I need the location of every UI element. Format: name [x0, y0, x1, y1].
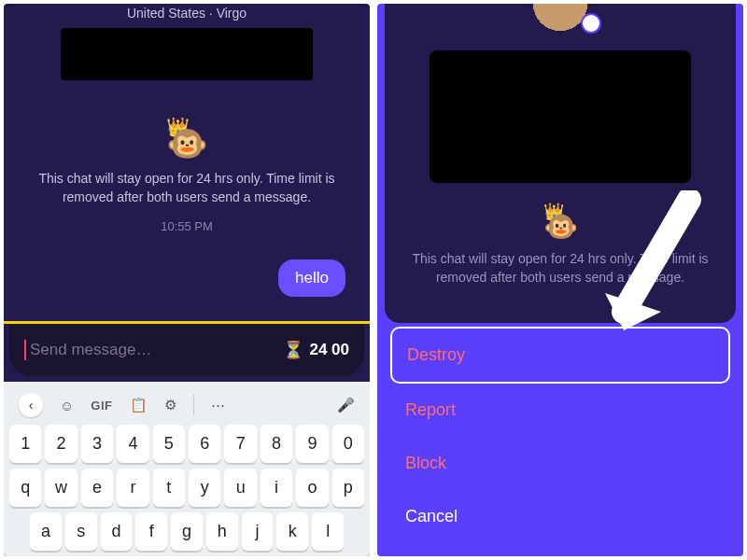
- avatar-wrap: [525, 4, 596, 32]
- key-s[interactable]: s: [65, 512, 97, 551]
- redacted-block: [61, 28, 313, 80]
- key-7[interactable]: 7: [224, 425, 256, 463]
- collapse-keyboard-button[interactable]: ‹: [19, 393, 43, 417]
- key-o[interactable]: o: [296, 469, 328, 507]
- chat-area: United States · Virgo 👑 🐵 This chat will…: [4, 4, 370, 321]
- message-input[interactable]: [30, 341, 277, 359]
- right-phone: 👑 🐵 This chat will stay open for 24 hrs …: [377, 4, 743, 556]
- report-button[interactable]: Report: [390, 384, 730, 437]
- monkey-icon: 🐵: [166, 124, 208, 162]
- outgoing-message-row: hello: [278, 259, 345, 297]
- redacted-block: [430, 50, 691, 183]
- key-4[interactable]: 4: [117, 425, 148, 463]
- cancel-button[interactable]: Cancel: [390, 490, 730, 543]
- keyboard-row-1: 1234567890: [9, 425, 364, 463]
- key-f[interactable]: f: [135, 512, 167, 551]
- key-u[interactable]: u: [224, 469, 256, 507]
- keyboard-toolbar: ‹ ☺ GIF 📋 ⚙ ⋯ 🎤: [9, 385, 364, 425]
- block-button[interactable]: Block: [390, 437, 730, 490]
- key-t[interactable]: t: [153, 469, 185, 507]
- settings-icon[interactable]: ⚙: [164, 397, 176, 413]
- key-8[interactable]: 8: [261, 425, 292, 463]
- key-d[interactable]: d: [101, 512, 133, 551]
- monkey-crown-emoji: 👑 🐵: [543, 203, 578, 241]
- gif-button[interactable]: GIF: [91, 399, 112, 413]
- key-0[interactable]: 0: [332, 425, 364, 463]
- action-sheet: Destroy Report Block Cancel: [377, 323, 743, 556]
- keyboard-row-3: asdfghjkl: [9, 512, 364, 551]
- key-6[interactable]: 6: [189, 425, 220, 463]
- key-9[interactable]: 9: [296, 425, 328, 463]
- chat-notice: This chat will stay open for 24 hrs only…: [402, 250, 719, 287]
- message-bubble[interactable]: hello: [278, 259, 345, 297]
- text-cursor: [24, 340, 26, 360]
- key-k[interactable]: k: [276, 512, 308, 551]
- chat-notice: This chat will stay open for 24 hrs only…: [28, 170, 345, 206]
- profile-subtitle: United States · Virgo: [127, 6, 247, 21]
- left-phone: United States · Virgo 👑 🐵 This chat will…: [4, 4, 370, 556]
- mic-icon[interactable]: 🎤: [337, 397, 355, 413]
- key-j[interactable]: j: [242, 512, 274, 551]
- destroy-button[interactable]: Destroy: [390, 327, 730, 384]
- key-5[interactable]: 5: [153, 425, 185, 463]
- keyboard-row-2: qwertyuiop: [9, 469, 364, 507]
- key-q[interactable]: q: [9, 469, 41, 507]
- key-h[interactable]: h: [206, 512, 238, 551]
- sticker-icon[interactable]: ☺: [60, 398, 74, 413]
- key-3[interactable]: 3: [81, 425, 113, 463]
- monkey-crown-emoji: 👑 🐵: [166, 118, 208, 161]
- key-y[interactable]: y: [189, 469, 220, 507]
- more-icon[interactable]: ⋯: [211, 397, 225, 413]
- chat-area-right: 👑 🐵 This chat will stay open for 24 hrs …: [385, 4, 736, 323]
- key-w[interactable]: w: [45, 469, 77, 507]
- key-1[interactable]: 1: [9, 425, 41, 463]
- key-a[interactable]: a: [30, 512, 62, 551]
- toolbar-separator: [193, 395, 194, 415]
- timestamp: 10:55 PM: [161, 219, 213, 233]
- message-input-bar: ⏳ 24 00: [9, 324, 364, 376]
- key-i[interactable]: i: [261, 469, 292, 507]
- key-e[interactable]: e: [81, 469, 113, 507]
- key-l[interactable]: l: [312, 512, 344, 551]
- hourglass-icon: ⏳: [283, 340, 303, 360]
- keyboard: ‹ ☺ GIF 📋 ⚙ ⋯ 🎤 1234567890 qwertyuiop as…: [4, 382, 370, 556]
- key-r[interactable]: r: [117, 469, 148, 507]
- key-2[interactable]: 2: [45, 425, 77, 463]
- monkey-icon: 🐵: [543, 211, 578, 242]
- countdown-timer: 24 00: [309, 341, 349, 359]
- clipboard-icon[interactable]: 📋: [130, 397, 148, 413]
- key-g[interactable]: g: [171, 512, 203, 551]
- key-p[interactable]: p: [332, 469, 364, 507]
- avatar-badge-icon: [581, 13, 601, 34]
